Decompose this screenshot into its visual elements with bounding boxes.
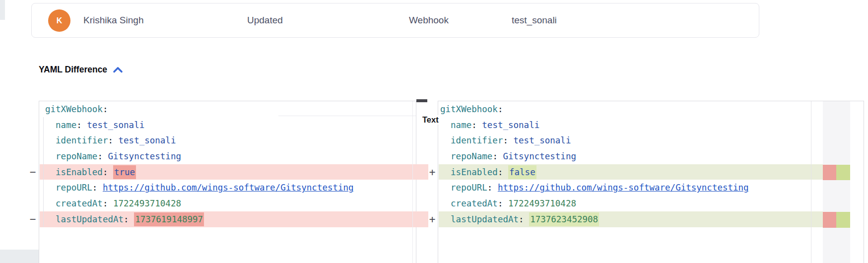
scrollbar-track-border — [412, 101, 413, 263]
code-token: gitXWebhook — [440, 104, 498, 114]
code-token: repoURL — [451, 183, 487, 193]
code-token: Gitsynctesting — [108, 151, 181, 161]
overview-ruler[interactable] — [823, 101, 850, 263]
code-token — [440, 135, 451, 145]
code-token: false — [508, 165, 536, 179]
code-line: createdAt: 1722493710428 — [40, 196, 416, 211]
code-token: repoURL — [56, 183, 92, 193]
resource-type-label: Webhook — [409, 15, 449, 26]
code-token — [524, 214, 530, 224]
code-line: name: test_sonali — [40, 117, 416, 133]
code-token: lastUpdatedAt — [56, 214, 124, 224]
overview-added-zone — [836, 212, 850, 228]
diff-gap-handle — [416, 99, 427, 102]
code-token: : — [519, 214, 524, 224]
code-token — [440, 151, 451, 161]
code-token: Gitsynctesting — [503, 151, 576, 161]
code-token: : — [124, 214, 129, 224]
code-token — [492, 183, 498, 193]
code-token: 1737623452908 — [529, 212, 599, 226]
code-token — [503, 167, 508, 177]
diff-panel-left[interactable]: gitXWebhook: name: test_sonali identifie… — [39, 101, 416, 263]
code-line: identifier: test_sonali — [439, 132, 823, 148]
code-line: isEnabled: false — [439, 164, 823, 180]
code-line: isEnabled: true — [40, 164, 416, 180]
code-token — [477, 120, 482, 130]
avatar: K — [48, 9, 70, 32]
code-token: : — [103, 167, 108, 177]
code-token — [440, 198, 451, 208]
code-line: identifier: test_sonali — [40, 132, 416, 148]
added-line-marker: + — [427, 164, 438, 180]
code-token — [440, 167, 451, 177]
code-token: : — [503, 135, 508, 145]
repo-url-link[interactable]: https://github.com/wings-software/Gitsyn… — [498, 183, 749, 193]
code-token: gitXWebhook — [45, 104, 103, 114]
code-token: true — [113, 165, 136, 179]
code-token: createdAt — [451, 198, 498, 208]
code-token: identifier — [56, 135, 108, 145]
code-line: repoName: Gitsynctesting — [40, 148, 416, 164]
code-token — [45, 135, 56, 145]
code-token — [440, 214, 451, 224]
code-token — [45, 151, 56, 161]
code-token: : — [498, 198, 503, 208]
diff-panel-right[interactable]: gitXWebhook: name: test_sonali identifie… — [438, 101, 864, 263]
code-token: 1722493710428 — [113, 198, 181, 208]
overview-removed-zone — [823, 212, 836, 228]
resource-name-label: test_sonali — [512, 15, 557, 26]
code-token: 1737619148997 — [134, 212, 204, 226]
user-name: Krishika Singh — [83, 15, 143, 26]
gutter-border — [43, 117, 44, 227]
code-token: : — [471, 120, 477, 130]
code-token: repoName — [451, 151, 492, 161]
code-token — [129, 214, 134, 224]
code-token: 1722493710428 — [508, 198, 576, 208]
code-token — [108, 198, 113, 208]
page-background-fragment — [0, 0, 5, 20]
code-line: gitXWebhook: — [439, 101, 823, 117]
code-token — [45, 167, 56, 177]
code-token: : — [76, 120, 82, 130]
code-token — [45, 198, 56, 208]
code-token — [45, 214, 56, 224]
code-token — [45, 120, 56, 130]
removed-line-marker: − — [27, 211, 38, 227]
code-token — [108, 167, 113, 177]
added-line-marker: + — [427, 211, 438, 227]
code-token — [97, 183, 103, 193]
code-token: : — [498, 167, 503, 177]
repo-url-link[interactable]: https://github.com/wings-software/Gitsyn… — [103, 183, 354, 193]
code-line: name: test_sonali — [439, 117, 823, 133]
code-token — [503, 198, 508, 208]
code-token: isEnabled — [451, 167, 498, 177]
code-line: gitXWebhook: — [40, 101, 416, 117]
audit-entry-row: K Krishika Singh Updated Webhook test_so… — [31, 3, 759, 38]
code-token: : — [487, 183, 493, 193]
code-token: name — [451, 120, 471, 130]
yaml-difference-toggle[interactable]: YAML Difference — [39, 65, 123, 75]
code-token: createdAt — [56, 198, 103, 208]
code-line: repoName: Gitsynctesting — [439, 148, 823, 164]
page-background-fragment — [0, 250, 43, 263]
code-token — [508, 135, 514, 145]
code-line: repoURL: https://github.com/wings-softwa… — [439, 180, 823, 196]
code-token: test_sonali — [482, 120, 539, 130]
code-token: : — [103, 104, 108, 114]
code-token: : — [498, 104, 503, 114]
code-token — [440, 120, 451, 130]
code-token: test_sonali — [514, 135, 571, 145]
code-line: lastUpdatedAt: 1737619148997 — [40, 211, 416, 227]
removed-line-marker: − — [27, 164, 38, 180]
action-label: Updated — [247, 15, 283, 26]
code-token: : — [108, 135, 113, 145]
code-token — [45, 183, 56, 193]
code-token — [103, 151, 108, 161]
code-token — [440, 183, 451, 193]
code-token: test_sonali — [119, 135, 176, 145]
code-token: lastUpdatedAt — [451, 214, 519, 224]
chevron-up-icon[interactable] — [113, 66, 123, 73]
code-token: : — [92, 183, 98, 193]
divider-artifact — [278, 116, 416, 116]
overview-removed-zone — [823, 165, 836, 181]
